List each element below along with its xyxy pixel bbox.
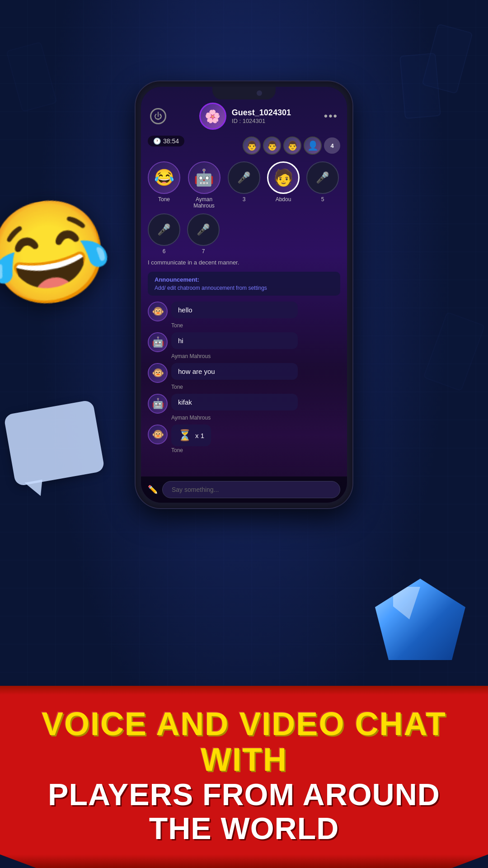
banner-line1: VOICE AND VIDEO CHAT WITH [14,706,474,778]
ayman-label: Ayman Mahrous [187,196,221,209]
slot-3-label: 3 [243,196,246,203]
chat-bubble-1: hello [171,302,298,318]
banner-text-area: VOICE AND VIDEO CHAT WITH PLAYERS FROM A… [0,695,488,854]
timer-value: 38:54 [163,137,179,145]
chat-avatar-ayman-1[interactable]: 🤖 [148,332,168,352]
more-options-button[interactable]: ••• [324,110,338,123]
chat-message-5: 🐵 ⏳ x 1 Tone [148,425,340,453]
chat-bubble-4: kifak [171,394,298,410]
audience-avatar-3: 👨 [283,137,301,155]
chat-message-content-1: 🐵 hello [148,302,340,321]
pencil-icon: ✏️ [148,485,158,495]
chat-avatar-tone-1[interactable]: 🐵 [148,302,168,321]
chat-sender-4: Ayman Mahrous [148,415,340,421]
chat-sender-1: Tone [148,322,340,329]
profile-avatar: 🌸 [199,103,226,130]
phone-notch [212,87,276,99]
power-icon: ⏻ [154,112,162,121]
bottom-banner: VOICE AND VIDEO CHAT WITH PLAYERS FROM A… [0,686,488,868]
slot-7-label: 7 [202,248,205,255]
chat-avatar-tone-2[interactable]: 🐵 [148,363,168,383]
chat-message-content-2: 🤖 hi [148,332,340,352]
audience-avatar-1: 👨 [243,137,261,155]
banner-ribbon-top [0,686,488,695]
chat-sender-5: Tone [148,447,340,453]
empty-slot-3: 🎤 [228,161,260,194]
diamond-shape [375,579,465,660]
banner-line2: PLAYERS FROM AROUND THE WORLD [14,778,474,845]
power-button[interactable]: ⏻ [150,108,166,124]
audience-count: 4 [324,137,340,154]
diamond-decoration [375,579,474,669]
phone-outer: 🕐 38:54 ⏻ 🌸 Guest_1024301 ID : 1024301 [136,81,352,508]
tone-label: Tone [158,196,170,203]
message-input[interactable]: Say something... [162,481,340,498]
voice-slot-5[interactable]: 🎤 5 [306,161,339,209]
audience-avatar-2: 👨 [263,137,281,155]
profile-username: Guest_1024301 [232,108,291,118]
announcement-text: Add/ edit chatroom annoucement from sett… [155,285,333,291]
profile-center[interactable]: 🌸 Guest_1024301 ID : 1024301 [199,103,291,130]
tone-avatar: 😂 [148,161,180,194]
abdou-label: Abdou [276,196,291,203]
laugh-emoji-decoration: 😂 [0,184,120,321]
voice-slots-row2: 🎤 6 🎤 7 [141,213,347,257]
chat-avatar-ayman-2[interactable]: 🤖 [148,394,168,414]
chat-message-content-4: 🤖 kifak [148,394,340,414]
slot-6-label: 6 [163,248,166,255]
domino-tile-2 [399,53,441,119]
timer-clock-icon: 🕐 [153,137,161,145]
chat-bubble-3: how are you [171,363,298,380]
voice-slots-row1: 😂 Tone 🤖 Ayman Mahrous 🎤 3 [141,157,347,213]
voice-slot-7[interactable]: 🎤 7 [187,213,220,255]
chat-sender-2: Ayman Mahrous [148,353,340,359]
slot-5-label: 5 [321,196,324,203]
chat-area: 🐵 hello Tone 🤖 hi Ayman Mahrous [141,299,347,456]
abdou-avatar: 🧑 [267,161,300,194]
phone-camera [257,90,262,96]
chat-bubble-decoration [4,400,105,486]
input-bar: ✏️ Say something... [141,476,347,503]
chat-message-content-5: 🐵 ⏳ x 1 [148,425,340,446]
timer-badge: 🕐 38:54 [148,136,184,146]
voice-slot-3[interactable]: 🎤 3 [228,161,260,209]
voice-slot-6[interactable]: 🎤 6 [148,213,180,255]
input-placeholder: Say something... [172,486,219,493]
voice-slot-abdou[interactable]: 🧑 Abdou [267,161,300,209]
voice-slot-tone[interactable]: 😂 Tone [148,161,180,209]
chat-message-2: 🤖 hi Ayman Mahrous [148,332,340,359]
chat-message-4: 🤖 kifak Ayman Mahrous [148,394,340,421]
audience-avatar-4: 👤 [304,137,322,155]
phone-screen: 🕐 38:54 ⏻ 🌸 Guest_1024301 ID : 1024301 [141,87,347,503]
chat-message-content-3: 🐵 how are you [148,363,340,383]
chat-sender-3: Tone [148,384,340,390]
room-info-text: I communicate in a decent manner. [141,257,347,268]
chat-bubble-2: hi [171,332,298,349]
voice-slot-ayman[interactable]: 🤖 Ayman Mahrous [187,161,221,209]
profile-info: Guest_1024301 ID : 1024301 [232,108,291,124]
empty-slot-7: 🎤 [187,213,220,246]
chat-message-3: 🐵 how are you Tone [148,363,340,390]
empty-slot-5: 🎤 [306,161,339,194]
gift-icon: ⏳ [178,429,192,442]
banner-ribbon-bottom [0,854,488,868]
ayman-avatar: 🤖 [188,161,221,194]
phone-mockup: 🕐 38:54 ⏻ 🌸 Guest_1024301 ID : 1024301 [136,81,352,508]
phone-inner: 🕐 38:54 ⏻ 🌸 Guest_1024301 ID : 1024301 [141,87,347,503]
profile-id: ID : 1024301 [232,118,291,124]
announcement-box: Announcement: Add/ edit chatroom annouce… [148,272,340,296]
chat-avatar-tone-3[interactable]: 🐵 [148,425,168,444]
empty-slot-6: 🎤 [148,213,180,246]
gift-count: x 1 [195,432,204,439]
gift-bubble: ⏳ x 1 [171,425,211,446]
chat-message-1: 🐵 hello Tone [148,302,340,329]
announcement-title: Announcement: [155,276,333,283]
